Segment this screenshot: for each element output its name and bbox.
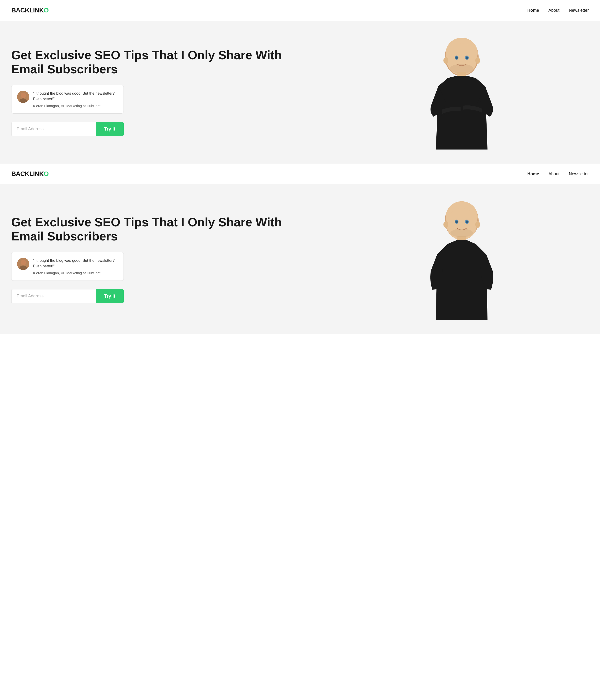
nav-item-newsletter-2[interactable]: Newsletter [569, 172, 589, 176]
try-it-button-2[interactable]: Try It [96, 289, 124, 303]
navbar-1: BACKLINKO Home About Newsletter [0, 0, 600, 21]
nav-links-2: Home About Newsletter [527, 172, 589, 176]
hero-section-2: BACKLINKO Home About Newsletter Get Excl… [0, 164, 600, 334]
hero-left-1: Get Exclusive SEO Tips That I Only Share… [11, 48, 311, 136]
hero-title-2: Get Exclusive SEO Tips That I Only Share… [11, 215, 311, 244]
email-form-2: Try It [11, 289, 124, 303]
avatar-2 [17, 258, 29, 270]
avatar-icon-1 [17, 91, 29, 103]
logo-2: BACKLINKO [11, 170, 49, 178]
email-input-2[interactable] [11, 289, 96, 303]
nav-item-home-1[interactable]: Home [527, 8, 539, 13]
hero-image-1 [335, 35, 589, 150]
svg-point-13 [444, 57, 448, 64]
avatar-icon-2 [17, 258, 29, 270]
nav-item-about-1[interactable]: About [548, 8, 559, 13]
logo-green-o-2: O [44, 170, 49, 177]
hero-left-2: Get Exclusive SEO Tips That I Only Share… [11, 215, 311, 303]
nav-link-home-1[interactable]: Home [527, 8, 539, 12]
person-illustration-2 [424, 198, 499, 320]
testimonial-text-2: "I thought the blog was good. But the ne… [33, 258, 118, 275]
svg-point-3 [21, 93, 26, 98]
nav-link-newsletter-1[interactable]: Newsletter [569, 8, 589, 12]
nav-link-about-1[interactable]: About [548, 8, 559, 12]
nav-item-newsletter-1[interactable]: Newsletter [569, 8, 589, 13]
logo-1: BACKLINKO [11, 6, 49, 14]
svg-point-18 [21, 260, 26, 265]
nav-link-about-2[interactable]: About [548, 172, 559, 176]
nav-links-1: Home About Newsletter [527, 8, 589, 13]
nav-link-home-2[interactable]: Home [527, 172, 539, 176]
email-form-1: Try It [11, 122, 124, 136]
logo-green-o-1: O [44, 6, 49, 14]
hero-content-area-1: Get Exclusive SEO Tips That I Only Share… [0, 21, 600, 164]
testimonial-box-1: "I thought the blog was good. But the ne… [11, 85, 124, 114]
testimonial-quote-1: "I thought the blog was good. But the ne… [33, 91, 118, 102]
svg-point-25 [466, 221, 468, 223]
testimonial-box-2: "I thought the blog was good. But the ne… [11, 252, 124, 281]
navbar-2: BACKLINKO Home About Newsletter [0, 164, 600, 184]
testimonial-quote-2: "I thought the blog was good. But the ne… [33, 258, 118, 269]
nav-link-newsletter-2[interactable]: Newsletter [569, 172, 589, 176]
svg-point-10 [466, 56, 468, 59]
email-input-1[interactable] [11, 122, 96, 136]
svg-point-29 [450, 229, 473, 237]
hero-content-area-2: Get Exclusive SEO Tips That I Only Share… [0, 184, 600, 334]
logo-text-black-1: BACKLINK [11, 6, 44, 14]
svg-point-27 [444, 221, 448, 228]
svg-point-14 [475, 57, 480, 64]
hero-title-1: Get Exclusive SEO Tips That I Only Share… [11, 48, 311, 76]
person-illustration-1 [424, 35, 499, 150]
testimonial-author-1: Kieran Flanagan, VP Marketing at HubSpot [33, 104, 118, 108]
svg-point-28 [475, 221, 480, 228]
svg-point-9 [455, 56, 458, 59]
testimonial-text-1: "I thought the blog was good. But the ne… [33, 91, 118, 108]
avatar-1 [17, 91, 29, 103]
try-it-button-1[interactable]: Try It [96, 122, 124, 136]
hero-image-2 [335, 198, 589, 320]
testimonial-author-2: Kieran Flanagan, VP Marketing at HubSpot [33, 271, 118, 275]
nav-item-home-2[interactable]: Home [527, 172, 539, 176]
logo-text-black-2: BACKLINK [11, 170, 44, 177]
nav-item-about-2[interactable]: About [548, 172, 559, 176]
hero-section-1: BACKLINKO Home About Newsletter Get Excl… [0, 0, 600, 164]
svg-point-24 [455, 221, 458, 223]
